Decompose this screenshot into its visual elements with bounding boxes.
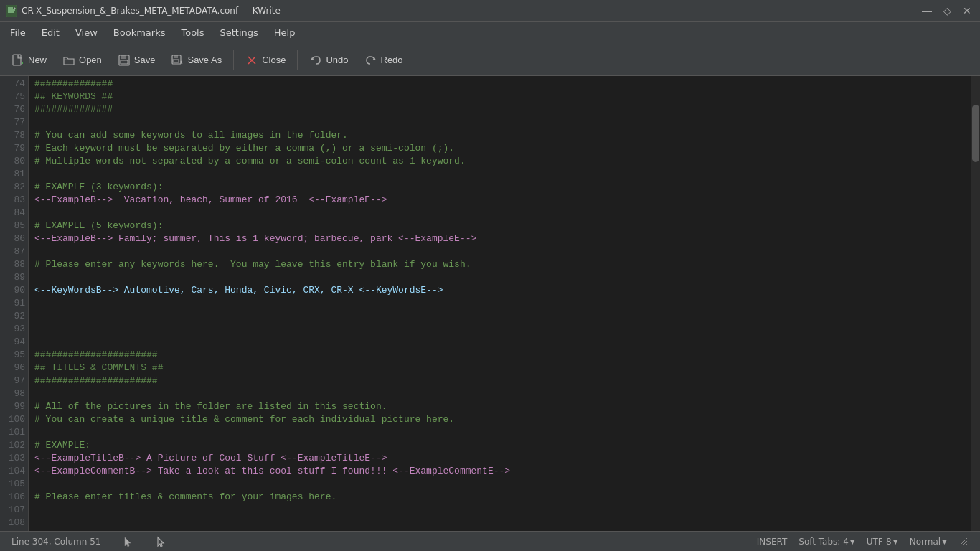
toolbar: New Open Save Sav [0, 44, 980, 76]
line-num: 79 [0, 142, 25, 155]
line-num: 74 [0, 77, 25, 90]
line-num: 78 [0, 129, 25, 142]
minimize-button[interactable]: — [920, 4, 934, 18]
line-num: 100 [0, 413, 25, 426]
line-num: 98 [0, 387, 25, 400]
save-as-label: Save As [187, 55, 222, 65]
line-num: 75 [0, 90, 25, 103]
menu-tools[interactable]: Tools [174, 24, 211, 41]
line-num: 104 [0, 465, 25, 478]
line-num: 107 [0, 504, 25, 517]
redo-label: Redo [381, 55, 403, 65]
line-num: 82 [0, 181, 25, 194]
mode-dropdown[interactable]: Normal ▼ [905, 535, 951, 548]
menu-bar: File Edit View Bookmarks Tools Settings … [0, 22, 980, 44]
encoding-chevron-icon: ▼ [893, 538, 898, 545]
new-button[interactable]: New [4, 50, 54, 70]
open-button[interactable]: Open [55, 50, 109, 70]
line-num: 92 [0, 310, 25, 323]
close-label: Close [262, 55, 286, 65]
save-label: Save [134, 55, 156, 65]
menu-bookmarks[interactable]: Bookmarks [106, 24, 173, 41]
line-num: 95 [0, 349, 25, 362]
line-num: 108 [0, 517, 25, 529]
new-label: New [28, 55, 47, 65]
soft-tabs-label: Soft Tabs: 4 [798, 537, 849, 547]
line-num: 89 [0, 271, 25, 284]
close-button[interactable]: Close [238, 50, 293, 70]
line-num: 106 [0, 491, 25, 504]
status-right: INSERT Soft Tabs: 4 ▼ UTF-8 ▼ Normal ▼ [753, 534, 973, 549]
line-num: 84 [0, 207, 25, 220]
line-num: 88 [0, 258, 25, 271]
menu-help[interactable]: Help [267, 24, 303, 41]
cursor-position: Line 304, Column 51 [7, 534, 105, 549]
line-num: 81 [0, 168, 25, 181]
line-num: 87 [0, 245, 25, 258]
status-left: Line 304, Column 51 [7, 534, 171, 549]
line-num: 86 [0, 232, 25, 245]
mode-chevron-icon: ▼ [942, 538, 947, 545]
close-icon [245, 54, 258, 67]
line-numbers: 74 75 76 77 78 79 80 81 82 83 84 85 86 8… [0, 76, 29, 531]
line-num: 102 [0, 439, 25, 452]
save-as-icon [171, 54, 184, 67]
status-bar: Line 304, Column 51 INSERT Soft Tabs: 4 … [0, 531, 980, 551]
svg-rect-0 [6, 5, 17, 17]
undo-icon [309, 54, 322, 67]
svg-line-14 [966, 544, 967, 545]
encoding-dropdown[interactable]: UTF-8 ▼ [862, 535, 903, 548]
title-bar-controls: — ◇ ✕ [920, 4, 974, 18]
line-num: 83 [0, 194, 25, 207]
line-num: 76 [0, 103, 25, 116]
save-icon [118, 54, 131, 67]
svg-rect-1 [13, 55, 21, 65]
line-num: 103 [0, 452, 25, 465]
line-num: 101 [0, 426, 25, 439]
svg-rect-5 [121, 55, 126, 59]
save-button[interactable]: Save [110, 50, 163, 70]
svg-rect-8 [174, 55, 178, 58]
undo-button[interactable]: Undo [302, 50, 355, 70]
line-num: 94 [0, 336, 25, 349]
soft-tabs-dropdown[interactable]: Soft Tabs: 4 ▼ [794, 535, 859, 548]
undo-label: Undo [326, 55, 348, 65]
menu-file[interactable]: File [3, 24, 33, 41]
svg-rect-9 [173, 60, 179, 62]
scrollbar[interactable] [971, 76, 980, 531]
line-num: 77 [0, 116, 25, 129]
line-num: 90 [0, 284, 25, 297]
mode-label: Normal [910, 537, 941, 547]
encoding-label: UTF-8 [867, 537, 892, 547]
title-bar: CR-X_Suspension_&_Brakes_META_METADATA.c… [0, 0, 980, 22]
new-icon [11, 54, 24, 67]
scrollbar-thumb[interactable] [972, 105, 979, 162]
menu-settings[interactable]: Settings [212, 24, 265, 41]
cursor-icon-left [116, 534, 138, 549]
toolbar-sep-2 [297, 50, 298, 70]
title-bar-left: CR-X_Suspension_&_Brakes_META_METADATA.c… [6, 5, 281, 17]
save-as-button[interactable]: Save As [164, 50, 229, 70]
restore-button[interactable]: ◇ [940, 4, 954, 18]
line-num: 91 [0, 297, 25, 310]
line-num: 96 [0, 362, 25, 375]
line-num: 105 [0, 478, 25, 491]
redo-icon [364, 54, 377, 67]
open-label: Open [79, 55, 102, 65]
redo-button[interactable]: Redo [357, 50, 410, 70]
open-icon [62, 54, 75, 67]
cursor-icon-right [149, 534, 171, 549]
editor-container: 74 75 76 77 78 79 80 81 82 83 84 85 86 8… [0, 76, 980, 531]
svg-rect-6 [121, 60, 128, 64]
menu-view[interactable]: View [68, 24, 105, 41]
close-window-button[interactable]: ✕ [960, 4, 974, 18]
line-num: 85 [0, 220, 25, 232]
line-num: 93 [0, 323, 25, 336]
menu-edit[interactable]: Edit [34, 24, 67, 41]
resize-grip [954, 534, 973, 549]
app-icon [6, 5, 17, 17]
line-num: 97 [0, 375, 25, 387]
insert-mode: INSERT [753, 534, 792, 549]
editor-text[interactable]: ############## ## KEYWORDS ## ##########… [29, 76, 971, 531]
line-num: 80 [0, 155, 25, 168]
